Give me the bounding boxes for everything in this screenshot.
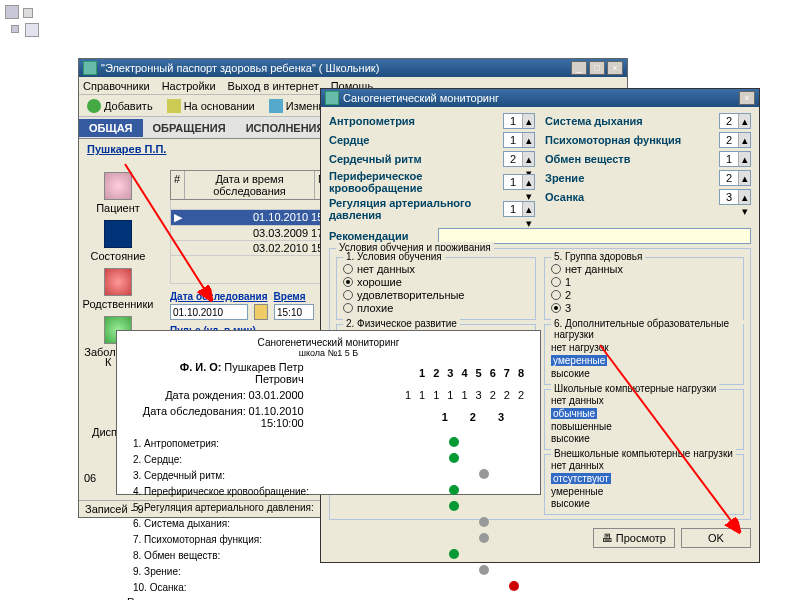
spinner[interactable]: 2▴▾ xyxy=(503,151,535,167)
dialog-title: Саногенетический мониторинг xyxy=(343,92,499,104)
param-name: Психомоторная функция xyxy=(545,134,713,146)
list-option[interactable]: отсутствуют xyxy=(551,473,611,484)
report-subtitle: школа №1 5 Б xyxy=(127,348,530,358)
spinner[interactable]: 1▴▾ xyxy=(503,201,535,217)
recommendations-label: Рекомендации xyxy=(329,230,432,242)
menu-item[interactable]: Выход в интернет xyxy=(228,80,319,92)
radio-option[interactable]: нет данных xyxy=(551,263,737,275)
spinner[interactable]: 3▴▾ xyxy=(719,189,751,205)
ok-button[interactable]: OK xyxy=(681,528,751,548)
report-row: 4. Перефирическое кровообращение: xyxy=(129,484,528,498)
date-label: Дата обследования xyxy=(170,291,267,302)
param-name: Обмен веществ xyxy=(545,153,713,165)
radio-option[interactable]: 1 xyxy=(551,276,737,288)
radio-option[interactable]: хорошие xyxy=(343,276,529,288)
decorative-squares xyxy=(5,5,45,45)
param-name: Антропометрия xyxy=(329,115,497,127)
main-titlebar: "Электронный паспорт здоровья ребенка" (… xyxy=(79,59,627,77)
close-button[interactable]: × xyxy=(607,61,623,75)
based-on-button[interactable]: На основании xyxy=(163,98,259,114)
list-option[interactable]: высокие xyxy=(551,368,737,379)
grid-row[interactable]: 03.02.2010 15:10 xyxy=(170,241,330,256)
list-option[interactable]: повышенные xyxy=(551,421,737,432)
nav-patient[interactable]: Пациент xyxy=(96,172,140,214)
minimize-button[interactable]: _ xyxy=(571,61,587,75)
param-name: Зрение xyxy=(545,172,713,184)
group-8: Внешкольные компьютерные нагрузкинет дан… xyxy=(544,454,744,515)
preview-button[interactable]: 🖶 Просмотр xyxy=(593,528,675,548)
dialog-close-button[interactable]: × xyxy=(739,91,755,105)
report-recommendations: Рекомендации: xyxy=(127,596,530,600)
radio-option[interactable]: 3 xyxy=(551,302,737,314)
radio-option[interactable]: удовлетворительные xyxy=(343,289,529,301)
list-option[interactable]: умеренные xyxy=(551,486,737,497)
list-option[interactable]: нет данных xyxy=(551,460,737,471)
dialog-icon xyxy=(325,91,339,105)
report-title: Саногенетический мониторинг xyxy=(127,337,530,348)
tab-requests[interactable]: ОБРАЩЕНИЯ xyxy=(143,119,236,137)
grid-row[interactable]: ▶01.10.2010 15:10 xyxy=(170,210,330,226)
group-6: 6. Дополнительные образовательные нагруз… xyxy=(544,324,744,385)
spinner[interactable]: 2▴▾ xyxy=(719,113,751,129)
group-5: 5. Группа здоровьянет данных123 xyxy=(544,257,744,320)
param-name: Периферическое кровообращение xyxy=(329,170,497,194)
app-icon xyxy=(83,61,97,75)
spinner[interactable]: 1▴▾ xyxy=(503,174,535,190)
radio-option[interactable]: плохие xyxy=(343,302,529,314)
tab-general[interactable]: ОБЩАЯ xyxy=(79,119,143,137)
spinner[interactable]: 1▴▾ xyxy=(503,132,535,148)
report-row: 5. Регуляция артериального давления: xyxy=(129,500,528,514)
truncated-label: К xyxy=(105,356,111,368)
report-row: 10. Осанка: xyxy=(129,580,528,594)
param-name: Регуляция артериального давления xyxy=(329,197,497,221)
time-input[interactable] xyxy=(274,304,314,320)
truncated-label: 06 xyxy=(84,472,96,484)
param-name: Осанка xyxy=(545,191,713,203)
list-option[interactable]: высокие xyxy=(551,498,737,509)
radio-option[interactable]: 2 xyxy=(551,289,737,301)
grid-header: # Дата и время обследования М xyxy=(170,170,330,200)
spinner[interactable]: 1▴▾ xyxy=(719,151,751,167)
main-title: "Электронный паспорт здоровья ребенка" (… xyxy=(101,62,379,74)
group-7: Школьные компьютерные нагрузкинет данных… xyxy=(544,389,744,450)
group-1: 1. Условия обучениянет данныххорошиеудов… xyxy=(336,257,536,320)
param-name: Система дыхания xyxy=(545,115,713,127)
truncated-label: Дисп xyxy=(92,426,117,438)
nav-state[interactable]: Состояние xyxy=(91,220,146,262)
date-input[interactable] xyxy=(170,304,248,320)
spinner[interactable]: 1▴▾ xyxy=(503,113,535,129)
report-row: 8. Обмен веществ: xyxy=(129,548,528,562)
exam-grid-area: # Дата и время обследования М ▶01.10.201… xyxy=(170,170,330,352)
radio-option[interactable]: нет данных xyxy=(343,263,529,275)
time-label: Время xyxy=(274,291,306,302)
report-row: 3. Сердечный ритм: xyxy=(129,468,528,482)
list-option[interactable]: обычные xyxy=(551,408,597,419)
report-row: 9. Зрение: xyxy=(129,564,528,578)
list-option[interactable]: умеренные xyxy=(551,355,607,366)
spinner[interactable]: 2▴▾ xyxy=(719,132,751,148)
list-option[interactable]: нет нагрузок xyxy=(551,342,737,353)
grid-row[interactable]: 03.03.2009 17:18 xyxy=(170,226,330,241)
report-row: 7. Психомоторная функция: xyxy=(129,532,528,546)
calendar-icon[interactable] xyxy=(254,304,268,320)
dialog-titlebar: Саногенетический мониторинг × xyxy=(321,89,759,107)
add-button[interactable]: Добавить xyxy=(83,98,157,114)
report-row: 2. Сердце: xyxy=(129,452,528,466)
maximize-button[interactable]: □ xyxy=(589,61,605,75)
report-preview: Саногенетический мониторинг школа №1 5 Б… xyxy=(116,330,541,495)
menu-item[interactable]: Справочники xyxy=(83,80,150,92)
nav-relatives[interactable]: Родственники xyxy=(83,268,154,310)
list-option[interactable]: нет данных xyxy=(551,395,737,406)
param-name: Сердечный ритм xyxy=(329,153,497,165)
spinner[interactable]: 2▴▾ xyxy=(719,170,751,186)
report-row: 6. Система дыхания: xyxy=(129,516,528,530)
report-row: 1. Антропометрия: xyxy=(129,436,528,450)
list-option[interactable]: высокие xyxy=(551,433,737,444)
param-name: Сердце xyxy=(329,134,497,146)
menu-item[interactable]: Настройки xyxy=(162,80,216,92)
